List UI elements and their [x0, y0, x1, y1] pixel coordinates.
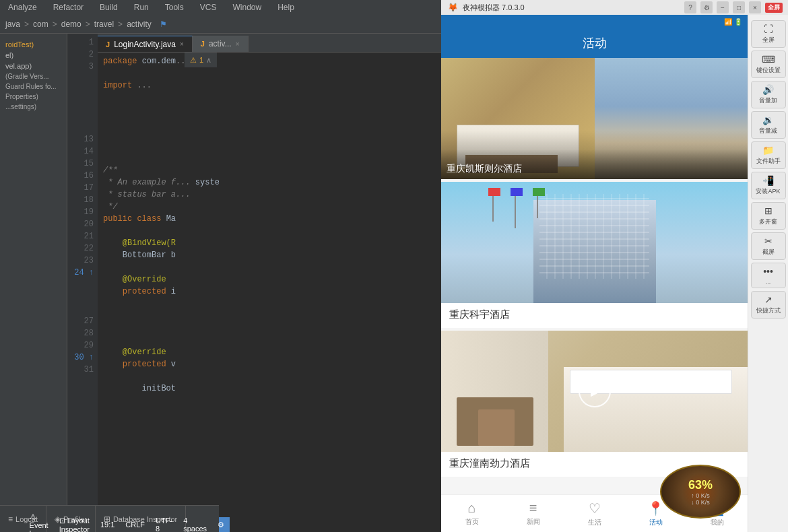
- emu-btn-settings[interactable]: ⚙: [700, 1, 713, 13]
- shortcut-icon: ↗: [764, 294, 773, 305]
- tree-item-properties[interactable]: Properties): [3, 92, 64, 102]
- hotel-card-3[interactable]: ▶ 重庆潼南劲力酒店: [441, 331, 748, 477]
- nav-label-news: 新闻: [527, 517, 540, 527]
- fullscreen-icon: ⛶: [764, 24, 773, 34]
- emulator-titlebar: 🦊 夜神模拟器 7.0.3.0 ? ⚙ − □ × 全屏: [441, 0, 788, 15]
- emu-btn-restore[interactable]: □: [733, 1, 745, 13]
- emu-ctrl-vol-up[interactable]: 🔊 音量加: [751, 81, 786, 108]
- multi-icon: ⊞: [764, 205, 773, 216]
- app-title: 活动: [583, 35, 607, 51]
- phone-statusbar: 📶 🔋: [441, 15, 748, 28]
- menu-analyze[interactable]: Analyze: [5, 1, 40, 13]
- breadcrumb-item-demo[interactable]: demo: [61, 20, 81, 29]
- logcat-icon: ≡: [8, 514, 13, 524]
- emu-ctrl-keyboard-label: 键位设置: [756, 66, 781, 75]
- tree-item-guard[interactable]: Guard Rules fo...: [3, 81, 64, 92]
- tree-item-gradle[interactable]: (Gradle Vers...: [3, 71, 64, 81]
- warning-count: 1: [199, 56, 203, 64]
- menu-run[interactable]: Run: [131, 1, 152, 13]
- emu-ctrl-file-label: 文件助手: [756, 157, 781, 166]
- nav-label-activity: 活动: [649, 518, 663, 527]
- breadcrumb-item-com[interactable]: com: [33, 20, 48, 29]
- tree-item-vel[interactable]: vel.app): [3, 61, 64, 71]
- emu-ctrl-file[interactable]: 📁 文件助手: [751, 141, 786, 169]
- nav-label-home: 首页: [465, 517, 479, 527]
- emu-ctrl-screenshot-label: 截屏: [762, 248, 775, 257]
- life-icon: ♡: [589, 500, 601, 517]
- phone-screen: 📶 🔋 活动: [441, 15, 748, 532]
- emu-ctrl-more[interactable]: ••• ...: [751, 263, 786, 288]
- nav-item-home[interactable]: ⌂ 首页: [441, 500, 502, 527]
- emu-ctrl-shortcut[interactable]: ↗ 快捷方式: [751, 291, 786, 319]
- emu-ctrl-vol-down-label: 音量减: [759, 127, 777, 135]
- breadcrumb-item-java[interactable]: java: [5, 20, 20, 29]
- tree-item-settings[interactable]: ...settings): [3, 102, 64, 112]
- emu-ctrl-shortcut-label: 快捷方式: [756, 306, 781, 315]
- ide-statusbar: ⚠ Event Log ⊡ Layout Inspector 19:1 CRLF…: [219, 517, 230, 532]
- emu-btn-minimize[interactable]: −: [717, 1, 729, 13]
- tab-close-login[interactable]: ×: [180, 40, 184, 48]
- emu-ctrl-install-label: 安装APK: [756, 187, 780, 196]
- emulator-overlay: 🦊 夜神模拟器 7.0.3.0 ? ⚙ − □ × 全屏 ⛶ 全屏 ⌨ 键位设置…: [219, 0, 788, 532]
- more-icon: •••: [763, 266, 773, 277]
- emu-btn-help[interactable]: ?: [684, 1, 696, 13]
- emu-btn-close[interactable]: ×: [749, 1, 761, 13]
- network-widget: 63% ↑ 0 K/s ↓ 0 K/s: [660, 465, 741, 519]
- warning-expand[interactable]: ∧: [206, 56, 211, 65]
- hotel-card-1[interactable]: 重庆凯斯则尔酒店: [441, 58, 748, 179]
- event-log-link[interactable]: ⚠ Event Log: [30, 512, 48, 533]
- nav-label-profile: 我的: [711, 518, 724, 527]
- code-area: package com.dem... import ... /** * An e…: [98, 53, 219, 505]
- emu-ctrl-screenshot[interactable]: ✂ 截屏: [751, 232, 786, 260]
- warning-indicator[interactable]: ⚠ 1 ∧: [185, 53, 217, 67]
- emu-ctrl-vol-up-label: 音量加: [759, 96, 777, 105]
- emu-ctrl-keyboard[interactable]: ⌨ 键位设置: [751, 51, 786, 78]
- statusbar-icons: 📶 🔋: [724, 18, 742, 26]
- tree-item-androidtest[interactable]: roidTest): [3, 39, 64, 50]
- emulator-controls-panel: ⛶ 全屏 ⌨ 键位设置 🔊 音量加 🔉 音量减 📁 文件助手 📲 安装APK ⊞…: [748, 15, 788, 532]
- nav-item-life[interactable]: ♡ 生活: [564, 500, 625, 527]
- tree-item-el[interactable]: el): [3, 50, 64, 61]
- news-icon: ≡: [529, 500, 537, 516]
- menu-build[interactable]: Build: [97, 1, 121, 13]
- project-tree: roidTest) el) vel.app) (Gradle Vers... G…: [0, 34, 67, 117]
- menu-vcs[interactable]: VCS: [197, 1, 220, 13]
- line-numbers: 1 2 3 13 14 15 16 17 18 19 20 21 22 23 2…: [67, 34, 98, 505]
- network-percent: 63%: [688, 478, 713, 492]
- keyboard-icon: ⌨: [762, 54, 775, 65]
- hotel-name-2: 重庆科宇酒店: [441, 303, 748, 328]
- encoding: UTF-8: [156, 517, 172, 532]
- emu-ctrl-install-apk[interactable]: 📲 安装APK: [751, 172, 786, 199]
- nav-item-news[interactable]: ≡ 新闻: [502, 500, 564, 527]
- line-ending: CRLF: [125, 521, 145, 529]
- vol-down-icon: 🔉: [762, 114, 774, 125]
- menu-refactor[interactable]: Refactor: [51, 1, 86, 13]
- install-icon: 📲: [762, 175, 774, 186]
- breadcrumb-item-travel[interactable]: travel: [94, 20, 114, 29]
- emu-ctrl-vol-down[interactable]: 🔉 音量减: [751, 111, 786, 139]
- network-download: ↓ 0 K/s: [691, 499, 710, 506]
- emu-ctrl-fullscreen[interactable]: ⛶ 全屏: [751, 20, 786, 48]
- menu-tools[interactable]: Tools: [162, 1, 187, 13]
- hotel-name-overlay-1: 重庆凯斯则尔酒店: [441, 149, 748, 179]
- event-log-icon: ⚠: [30, 512, 36, 521]
- home-icon: ⌂: [467, 500, 475, 516]
- nav-label-life: 生活: [588, 518, 601, 527]
- emu-ctrl-multi-label: 多开窗: [759, 218, 777, 226]
- screenshot-icon: ✂: [764, 236, 773, 246]
- app-content[interactable]: 重庆凯斯则尔酒店: [441, 58, 748, 494]
- indent-settings-icon[interactable]: ⚙: [218, 521, 224, 529]
- hotel-card-2[interactable]: 重庆科宇酒店: [441, 182, 748, 328]
- hotel-img-1: 重庆凯斯则尔酒店: [441, 58, 748, 179]
- emulator-title: 夜神模拟器 7.0.3.0: [463, 3, 525, 13]
- layout-inspector-link[interactable]: ⊡ Layout Inspector: [59, 517, 90, 533]
- app-header: 活动: [441, 28, 748, 58]
- file-icon: 📁: [762, 145, 774, 156]
- tab-login-activity[interactable]: J LoginActivity.java ×: [98, 36, 193, 52]
- activity-icon: 📍: [647, 500, 664, 517]
- hotel-img-3: ▶: [441, 331, 748, 452]
- emu-ctrl-multi[interactable]: ⊞ 多开窗: [751, 202, 786, 230]
- emu-btn-fullscreen[interactable]: 全屏: [765, 3, 783, 13]
- layout-inspector-icon: ⊡: [59, 517, 65, 525]
- breadcrumb-item-activity[interactable]: activity: [127, 20, 152, 29]
